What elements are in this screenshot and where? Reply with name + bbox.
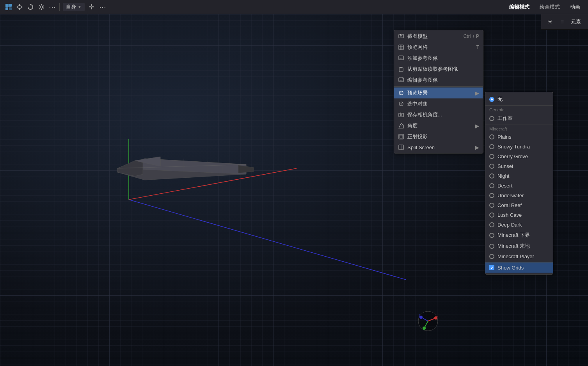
scene-option-cherry-grove[interactable]: Cherry Grove (485, 152, 553, 161)
scene-option-desert[interactable]: Desert (485, 181, 553, 191)
sun-icon[interactable]: ☀ (544, 16, 555, 27)
menu-screenshot-shortcut: Ctrl + P (464, 34, 479, 39)
more-icon[interactable]: ⋯ (47, 2, 58, 12)
ortho-icon (398, 134, 404, 140)
top-icons-panel: ☀ ≡ 元素 (541, 14, 588, 30)
menu-preview-scene[interactable]: 预览场景 ▶ (394, 87, 483, 98)
move-icon[interactable] (14, 2, 25, 12)
axis-gizmo: X Y Z (416, 309, 440, 333)
radio-night (489, 173, 494, 179)
menu-edit-ref-label: 编辑参考图像 (407, 77, 438, 84)
svg-point-52 (400, 57, 400, 57)
svg-marker-7 (21, 6, 23, 8)
settings-icon[interactable] (36, 2, 47, 12)
menu-screenshot-label: 截图模型 (407, 33, 428, 40)
svg-rect-54 (400, 67, 402, 68)
scene-mc-player-label: Minecraft Player (497, 254, 534, 259)
show-grids-item[interactable]: Show Grids (485, 262, 553, 273)
radio-mc-nether (489, 233, 494, 238)
angle-arrow-icon: ▶ (475, 123, 479, 129)
menu-focus-label: 选中对焦 (407, 100, 428, 107)
svg-point-13 (43, 6, 44, 7)
radio-mc-player (489, 254, 494, 259)
svg-point-10 (41, 4, 42, 5)
scene-option-deep-dark[interactable]: Deep Dark (485, 220, 553, 230)
menu-add-ref[interactable]: 添加参考图像 (394, 53, 483, 64)
svg-rect-45 (400, 34, 401, 35)
svg-point-44 (400, 35, 402, 37)
menu-edit-ref[interactable]: 编辑参考图像 (394, 75, 483, 86)
logo-icon[interactable] (3, 2, 14, 12)
menu-save-camera[interactable]: 保存相机角度... (394, 109, 483, 120)
svg-point-14 (39, 5, 40, 5)
scene-option-underwater[interactable]: Underwater (485, 191, 553, 200)
radio-snowy-tundra (489, 144, 494, 149)
radio-underwater (489, 193, 494, 198)
scene-option-workshop[interactable]: 工作室 (485, 113, 553, 124)
menu-screenshot[interactable]: 截图模型 Ctrl + P (394, 31, 483, 42)
overflow-icon[interactable]: ⋯ (97, 2, 108, 12)
scene-workshop-label: 工作室 (497, 115, 513, 122)
menu-split-screen[interactable]: Split Screen ▶ (394, 142, 483, 152)
svg-rect-67 (399, 113, 403, 117)
svg-rect-73 (400, 135, 403, 138)
menu-preview-grid-label: 预览网格 (407, 44, 428, 51)
menu-focus[interactable]: 选中对焦 (394, 98, 483, 109)
scene-option-lush-cave[interactable]: Lush Cave (485, 210, 553, 220)
svg-text:Y: Y (423, 327, 425, 330)
grid-icon (398, 44, 404, 50)
svg-marker-27 (238, 165, 254, 173)
menu-ortho[interactable]: 正射投影 (394, 131, 483, 142)
radio-mc-end (489, 244, 494, 249)
scene-option-mc-end[interactable]: Minecraft 末地 (485, 241, 553, 252)
menu-angle-label: 角度 (407, 122, 417, 129)
menu-preview-grid[interactable]: 预览网格 T (394, 42, 483, 53)
scene-icon (398, 90, 404, 96)
svg-point-12 (39, 6, 39, 7)
scene-option-night[interactable]: Night (485, 171, 553, 181)
minecraft-section-label: Minecraft (485, 125, 553, 132)
scene-underwater-label: Underwater (497, 193, 524, 198)
menu-preview-scene-label: 预览场景 (407, 89, 428, 96)
scene-option-plains[interactable]: Plains (485, 132, 553, 142)
scene-option-none[interactable]: 无 (485, 94, 553, 105)
camera-icon (398, 112, 404, 118)
scene-option-coral-reef[interactable]: Coral Reef (485, 200, 553, 210)
scene-option-mc-nether[interactable]: Minecraft 下界 (485, 230, 553, 241)
elements-label: 元素 (571, 18, 581, 25)
scene-plains-label: Plains (497, 134, 511, 140)
scene-mc-nether-label: Minecraft 下界 (497, 232, 530, 239)
radio-coral-reef (489, 203, 494, 208)
options-icon[interactable]: ≡ (557, 16, 568, 27)
angle-icon (398, 123, 404, 129)
svg-point-56 (400, 79, 400, 79)
svg-rect-2 (5, 7, 8, 10)
scene-deep-dark-label: Deep Dark (497, 222, 522, 228)
radio-sunset (489, 164, 494, 169)
scene-option-sunset[interactable]: Sunset (485, 161, 553, 171)
menu-divider-1 (394, 86, 483, 87)
scene-option-snowy-tundra[interactable]: Snowy Tundra (485, 142, 553, 152)
menu-paste-ref[interactable]: 从剪贴板读取参考图像 (394, 64, 483, 75)
mode-dropdown[interactable]: 自身 ▼ (63, 3, 85, 11)
split-arrow-icon: ▶ (475, 145, 479, 150)
add-icon[interactable]: ✛ (86, 2, 97, 12)
generic-section-label: Generic (485, 105, 553, 113)
svg-rect-69 (400, 113, 401, 114)
animate-mode-btn[interactable]: 动画 (565, 2, 585, 12)
show-grids-label: Show Grids (497, 265, 524, 271)
add-image-icon (398, 55, 404, 61)
scene-option-mc-player[interactable]: Minecraft Player (485, 252, 553, 261)
scene-lush-cave-label: Lush Cave (497, 212, 522, 218)
menu-ortho-label: 正射投影 (407, 133, 428, 140)
paint-mode-btn[interactable]: 绘画模式 (535, 2, 565, 12)
menu-angle[interactable]: 角度 ▶ (394, 120, 483, 131)
edit-mode-btn[interactable]: 编辑模式 (505, 2, 534, 12)
svg-marker-25 (117, 161, 143, 176)
refresh-icon[interactable] (25, 2, 36, 12)
mode-dropdown-label: 自身 (66, 4, 76, 11)
focus-icon (398, 101, 404, 107)
menu-preview-grid-shortcut: T (476, 45, 479, 50)
radio-cherry-grove (489, 154, 494, 159)
scene-submenu: 无 Generic 工作室 Minecraft Plains Snowy Tun… (485, 92, 553, 275)
